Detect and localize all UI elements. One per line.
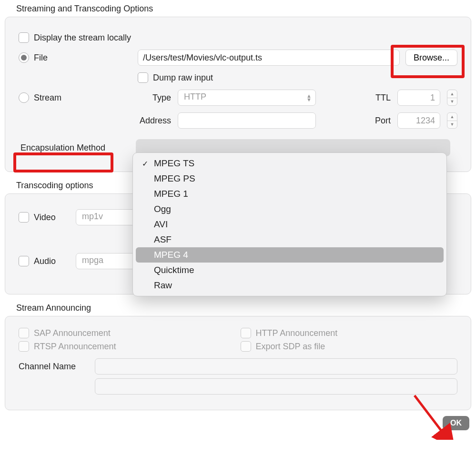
http-announcement-label: HTTP Announcement [256,328,338,338]
audio-codec-value: mpga [82,255,103,265]
checkbox-icon [138,72,148,83]
check-icon: ✓ [141,159,149,168]
checkbox-icon [241,328,251,338]
export-sdp-label: Export SDP as file [256,342,325,352]
encapsulation-menu-item[interactable]: Quicktime [136,263,444,278]
sap-announcement-label: SAP Announcement [34,328,111,338]
http-announcement-checkbox: HTTP Announcement [241,328,458,338]
video-codec-value: mp1v [82,212,103,221]
encapsulation-method-label: Encapsulation Method [19,142,107,154]
encapsulation-menu-item-label: Ogg [154,204,171,214]
port-input[interactable] [397,112,440,129]
chevron-down-icon: ▼ [447,98,457,106]
checkbox-icon [19,341,29,352]
encapsulation-menu-item[interactable]: MPEG PS [136,171,444,186]
export-sdp-checkbox: Export SDP as file [241,341,458,352]
ok-button[interactable]: OK [443,416,469,430]
encapsulation-menu-item[interactable]: MPEG 4 [136,247,444,263]
audio-label: Audio [34,256,56,266]
file-path-input[interactable] [138,50,400,66]
sdp-url-input [95,378,457,395]
encapsulation-menu-item-label: Raw [154,280,172,291]
video-checkbox[interactable]: Video [19,212,71,223]
encapsulation-menu-item-label: ASF [154,234,172,245]
sap-announcement-checkbox: SAP Announcement [19,328,236,338]
section-title-announcing: Stream Announcing [16,303,471,313]
encapsulation-menu-item[interactable]: MPEG 1 [136,186,444,202]
file-radio-label: File [34,53,48,63]
browse-button[interactable]: Browse... [405,50,457,66]
sdp-url-label-cut [19,382,90,391]
video-label: Video [34,213,56,223]
chevron-down-icon: ▼ [447,121,457,129]
channel-name-label: Channel Name [19,362,90,372]
checkbox-icon [19,328,29,338]
encapsulation-menu-item[interactable]: ✓MPEG TS [136,156,444,171]
stream-radio[interactable] [19,92,29,103]
chevron-up-icon: ▲ [447,90,457,98]
panel-announcing: SAP Announcement HTTP Announcement RTSP … [5,316,471,410]
port-stepper[interactable]: ▲ ▼ [447,112,457,129]
ttl-stepper[interactable]: ▲ ▼ [447,90,457,106]
checkbox-icon [19,212,29,223]
encapsulation-menu[interactable]: ✓MPEG TSMPEG PSMPEG 1OggAVIASFMPEG 4Quic… [132,152,447,296]
ttl-input[interactable] [397,90,440,106]
encapsulation-menu-item-label: MPEG TS [154,158,194,169]
chevron-updown-icon: ▲▼ [306,94,312,101]
ttl-label: TTL [375,93,391,103]
type-label: Type [138,93,171,103]
rtsp-announcement-checkbox: RTSP Announcement [19,341,236,352]
rtsp-announcement-label: RTSP Announcement [34,342,116,352]
port-label: Port [375,116,391,126]
display-locally-label: Display the stream locally [34,33,131,43]
checkbox-icon [19,32,29,43]
section-title-streaming: Streaming and Transcoding Options [16,4,471,14]
display-locally-checkbox[interactable]: Display the stream locally [19,32,131,43]
audio-codec-select[interactable]: mpga [76,253,138,269]
chevron-up-icon: ▲ [447,113,457,121]
checkbox-icon [241,341,251,352]
video-codec-select[interactable]: mp1v [76,209,138,225]
address-label: Address [138,116,171,126]
stream-type-select[interactable]: HTTP ▲▼ [178,90,316,106]
address-input[interactable] [178,112,316,129]
encapsulation-menu-item[interactable]: AVI [136,217,444,232]
stream-type-value: HTTP [184,92,206,101]
panel-streaming: Display the stream locally File Browse..… [5,17,471,172]
encapsulation-menu-item-label: MPEG 4 [154,250,188,260]
encapsulation-menu-item[interactable]: ASF [136,232,444,247]
dump-raw-label: Dump raw input [153,73,213,83]
channel-name-input [95,358,457,375]
checkbox-icon [19,256,29,266]
file-radio[interactable] [19,52,29,63]
stream-radio-label: Stream [34,93,61,103]
encapsulation-menu-item[interactable]: Ogg [136,202,444,217]
encapsulation-menu-item-label: Quicktime [154,265,194,275]
encapsulation-menu-item-label: MPEG 1 [154,189,188,199]
encapsulation-menu-item-label: MPEG PS [154,173,195,184]
dump-raw-checkbox[interactable]: Dump raw input [138,72,213,83]
encapsulation-menu-item-label: AVI [154,219,168,230]
audio-checkbox[interactable]: Audio [19,256,71,266]
encapsulation-menu-item[interactable]: Raw [136,278,444,293]
